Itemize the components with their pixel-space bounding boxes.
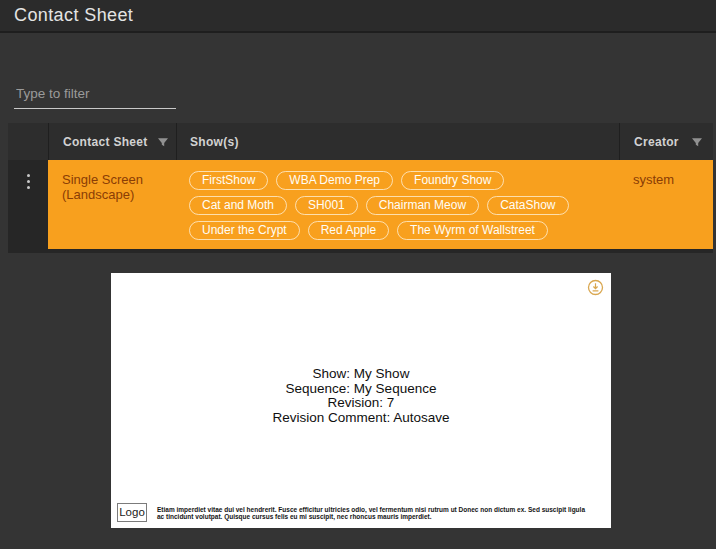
revision-info-line: Sequence: My Sequence [111,382,611,397]
revision-info-line: Revision: 7 [111,396,611,411]
show-pill[interactable]: Chairman Meow [366,196,479,215]
contact-sheet-name: Single Screen (Landscape) [48,160,176,249]
show-pill[interactable]: WBA Demo Prep [276,171,393,190]
show-pill[interactable]: Under the Crypt [189,221,300,240]
logo-placeholder: Logo [117,503,147,522]
show-pill[interactable]: CataShow [487,196,568,215]
show-pill[interactable]: FirstShow [189,171,268,190]
row-menu-kebab-icon[interactable] [27,174,30,190]
filter-funnel-icon[interactable] [691,136,703,148]
contact-sheet-preview-page: Show: My ShowSequence: My SequenceRevisi… [111,273,611,528]
creator-value: system [619,160,713,249]
column-header-contact-sheet: Contact Sheet [48,123,176,160]
table-header-gutter [8,123,48,160]
preview-footer: Logo Etiam imperdiet vitae dui vel hendr… [117,503,591,522]
column-header-creator: Creator [619,123,713,160]
column-label: Creator [634,135,679,149]
filter-input[interactable] [14,86,176,109]
show-pill[interactable]: Red Apple [308,221,389,240]
table-header-row: Contact Sheet Show(s) Creator [8,123,713,160]
download-icon[interactable] [587,279,604,300]
revision-info-line: Show: My Show [111,367,611,382]
show-pill[interactable]: Cat and Moth [189,196,287,215]
show-pill[interactable]: Foundry Show [401,171,504,190]
contact-sheet-table: Contact Sheet Show(s) Creator Single Scr… [8,123,713,253]
revision-info-line: Revision Comment: Autosave [111,411,611,426]
column-header-shows: Show(s) [176,123,619,160]
column-label: Show(s) [190,135,239,149]
show-pill[interactable]: The Wyrm of Wallstreet [397,221,548,240]
row-gutter [8,160,48,249]
revision-info: Show: My ShowSequence: My SequenceRevisi… [111,367,611,425]
app-header: Contact Sheet [0,0,716,33]
shows-list: FirstShowWBA Demo PrepFoundry ShowCat an… [176,160,619,249]
show-pill[interactable]: SH001 [295,196,358,215]
filter-funnel-icon[interactable] [157,136,169,148]
page-title: Contact Sheet [0,5,133,26]
column-label: Contact Sheet [63,135,148,149]
table-row[interactable]: Single Screen (Landscape) FirstShowWBA D… [8,160,713,249]
footer-fine-print: Etiam imperdiet vitae dui vel hendrerit.… [157,506,591,520]
